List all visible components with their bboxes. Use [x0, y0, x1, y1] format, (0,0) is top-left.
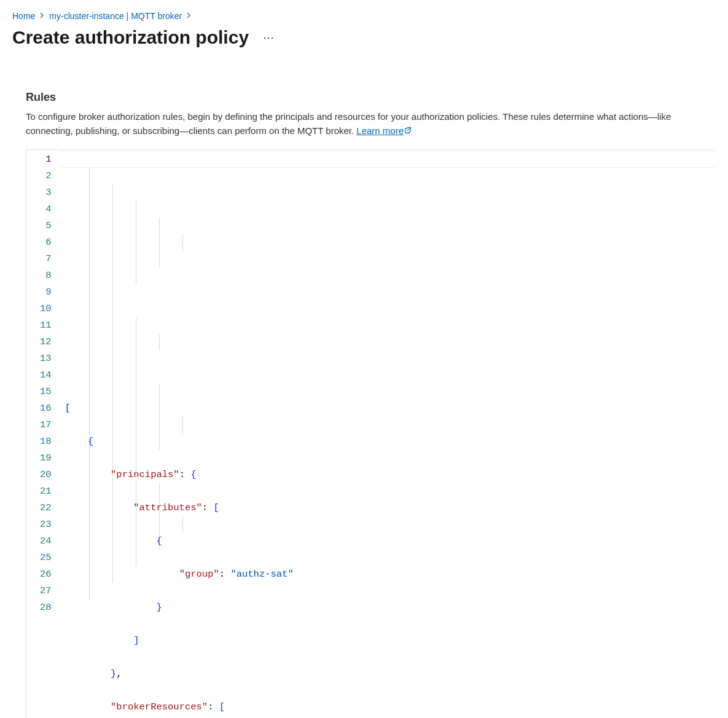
- learn-more-link[interactable]: Learn more: [356, 125, 412, 136]
- code-editor[interactable]: 1 23456789 10111213141516171819 20212223…: [26, 149, 716, 718]
- more-icon[interactable]: ⋯: [261, 30, 276, 45]
- breadcrumb-home[interactable]: Home: [12, 11, 35, 21]
- breadcrumb: Home my-cluster-instance | MQTT broker: [12, 11, 716, 21]
- editor-gutter: 1 23456789 10111213141516171819 20212223…: [26, 150, 60, 718]
- section-heading: Rules: [12, 91, 716, 104]
- title-row: Create authorization policy ⋯: [12, 27, 716, 48]
- description-text: To configure broker authorization rules,…: [26, 111, 671, 136]
- chevron-right-icon: [187, 12, 191, 20]
- page-title: Create authorization policy: [12, 27, 249, 48]
- section-description: To configure broker authorization rules,…: [12, 110, 716, 138]
- chevron-right-icon: [40, 12, 44, 20]
- external-link-icon: [404, 125, 412, 139]
- editor-content[interactable]: [ { "principals": { "attributes": [ { "g…: [60, 150, 716, 718]
- breadcrumb-cluster[interactable]: my-cluster-instance | MQTT broker: [49, 11, 182, 21]
